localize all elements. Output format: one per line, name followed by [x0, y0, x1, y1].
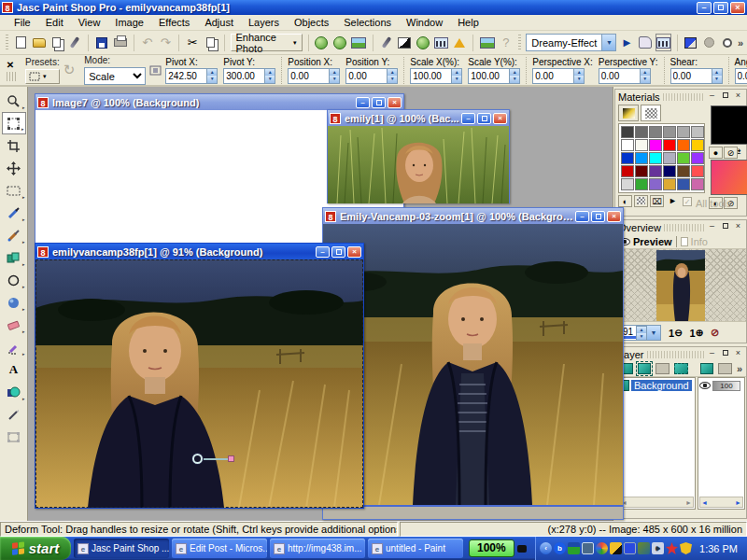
chevron-down-icon[interactable]: ▼ — [646, 326, 660, 340]
menu-item-objects[interactable]: Objects — [288, 16, 335, 29]
menu-item-adjust[interactable]: Adjust — [198, 16, 240, 29]
menu-item-file[interactable]: File — [7, 16, 37, 29]
option-input[interactable] — [599, 68, 640, 84]
layer-list-scrollbar[interactable]: ◄► — [619, 497, 694, 508]
eraser-tool[interactable]: ▸ — [2, 314, 26, 336]
color-swatch[interactable] — [663, 152, 676, 164]
paintbrush-tool[interactable]: ▸ — [2, 224, 26, 246]
duplicate-layer-button[interactable] — [700, 363, 714, 374]
close-button[interactable]: × — [733, 349, 743, 359]
option-input[interactable] — [345, 68, 387, 84]
window-emily[interactable]: 8 emily[1] @ 100% (Bac... – × — [327, 109, 510, 203]
spin-buttons[interactable]: ▲▼ — [206, 68, 218, 84]
color-swatch[interactable] — [621, 165, 634, 177]
toolbar-grip[interactable] — [518, 35, 521, 51]
minimize-button[interactable]: – — [707, 222, 717, 232]
spin-buttons[interactable]: ▲▼ — [387, 68, 398, 84]
dropper-tool[interactable]: ▸ — [2, 202, 26, 224]
chevron-down-icon[interactable]: ▼ — [601, 35, 615, 50]
close-button[interactable]: × — [733, 91, 743, 102]
color-swatch[interactable] — [621, 152, 634, 164]
zoom-canvas[interactable] — [323, 224, 623, 519]
spin-buttons[interactable]: ▲▼ — [640, 68, 651, 84]
gamma-button[interactable] — [452, 34, 467, 51]
new-image-button[interactable] — [13, 34, 28, 51]
color-swatch[interactable] — [649, 152, 662, 164]
toolbar-overflow-button[interactable]: » — [738, 37, 743, 49]
bluetooth-icon[interactable]: b — [554, 542, 566, 554]
option-input[interactable] — [410, 68, 451, 84]
color-swatch[interactable] — [691, 165, 704, 177]
color-swatch[interactable] — [635, 178, 648, 190]
materials-title-bar[interactable]: Materials – × — [615, 90, 746, 104]
color-swatch[interactable] — [691, 152, 704, 164]
battery-meter[interactable]: 100% — [469, 539, 514, 557]
color-swatch[interactable] — [649, 178, 662, 190]
twain-acquire-button[interactable] — [67, 34, 82, 51]
options-close-button[interactable]: ✕ — [5, 60, 16, 70]
texture-button[interactable] — [634, 195, 648, 207]
spin-buttons[interactable]: ▲▼ — [573, 68, 585, 84]
deform-rotation-handle[interactable] — [228, 455, 234, 462]
cut-button[interactable]: ✂ — [185, 34, 200, 51]
restore-button[interactable] — [477, 113, 491, 124]
zoom-title-bar[interactable]: 8 Emily-Vancamp-03-zoom[1] @ 100% (Backg… — [323, 208, 623, 224]
active-canvas[interactable] — [35, 259, 363, 508]
new-adjustment-layer-button[interactable] — [674, 363, 688, 374]
text-tool[interactable]: A — [2, 358, 26, 381]
maximize-button[interactable] — [720, 349, 730, 359]
undo-button[interactable]: ↶ — [140, 34, 155, 51]
fg-null-button[interactable]: ⊘ — [724, 147, 738, 159]
open-button[interactable] — [32, 34, 47, 51]
pause-recording-button[interactable] — [701, 34, 716, 51]
option-input[interactable] — [288, 68, 329, 84]
script-output-button[interactable] — [655, 34, 671, 51]
minimize-button[interactable]: – — [697, 2, 712, 14]
layer-title-bar[interactable]: Layer – × — [615, 347, 746, 361]
layer-opacity-bar[interactable]: 100 — [712, 381, 740, 391]
browser-icon[interactable] — [596, 542, 608, 554]
more-button[interactable]: ► — [666, 195, 680, 207]
contrast-button[interactable] — [397, 34, 412, 51]
menu-item-edit[interactable]: Edit — [39, 16, 70, 29]
image-info-button[interactable] — [350, 34, 367, 51]
spin-buttons[interactable]: ▲▼ — [329, 68, 340, 84]
move-tool[interactable] — [2, 157, 26, 179]
maximize-button[interactable] — [720, 91, 730, 102]
option-input[interactable] — [468, 68, 509, 84]
color-swatch[interactable] — [691, 178, 704, 190]
color-swatch[interactable] — [677, 178, 690, 190]
one-step-photo-fix-button[interactable] — [314, 34, 329, 51]
restore-button[interactable] — [331, 246, 345, 258]
color-swatch[interactable] — [663, 178, 676, 190]
color-swatch[interactable] — [663, 139, 676, 151]
color-swatch[interactable] — [677, 152, 690, 164]
pen-tool[interactable] — [2, 403, 26, 426]
layer-row-background[interactable]: Background — [618, 378, 695, 393]
close-button[interactable]: × — [388, 97, 402, 108]
layer-controls-scrollbar[interactable]: ◄► — [699, 497, 743, 508]
emily-canvas[interactable] — [328, 126, 509, 203]
copy-button[interactable] — [203, 34, 218, 51]
menu-item-view[interactable]: View — [72, 16, 107, 29]
effect-browser-button[interactable] — [479, 34, 496, 51]
color-swatch[interactable] — [635, 152, 648, 164]
antivirus-icon[interactable] — [666, 542, 678, 554]
color-swatch[interactable] — [677, 139, 690, 151]
minimize-button[interactable]: – — [707, 91, 717, 102]
zoom-spinner[interactable]: ▲▼ ▼ — [620, 325, 661, 341]
preset-shapes-tool[interactable]: ▸ — [2, 381, 26, 403]
close-button[interactable]: × — [347, 246, 361, 258]
cancel-recording-button[interactable] — [719, 34, 734, 51]
fade-correction-button[interactable] — [379, 34, 394, 51]
layer-visibility-icon[interactable] — [699, 382, 711, 389]
spin-buttons[interactable]: ▲▼ — [451, 68, 462, 84]
tray-collapse-icon[interactable]: ‹ — [540, 542, 552, 554]
color-swatch[interactable] — [635, 126, 648, 138]
clone-brush-tool[interactable]: ▸ — [2, 246, 26, 269]
palette-grip[interactable] — [664, 224, 704, 231]
save-button[interactable] — [94, 34, 109, 51]
display-settings-icon[interactable] — [624, 542, 636, 554]
restore-button[interactable] — [372, 97, 386, 108]
minimize-button[interactable]: – — [316, 246, 330, 258]
